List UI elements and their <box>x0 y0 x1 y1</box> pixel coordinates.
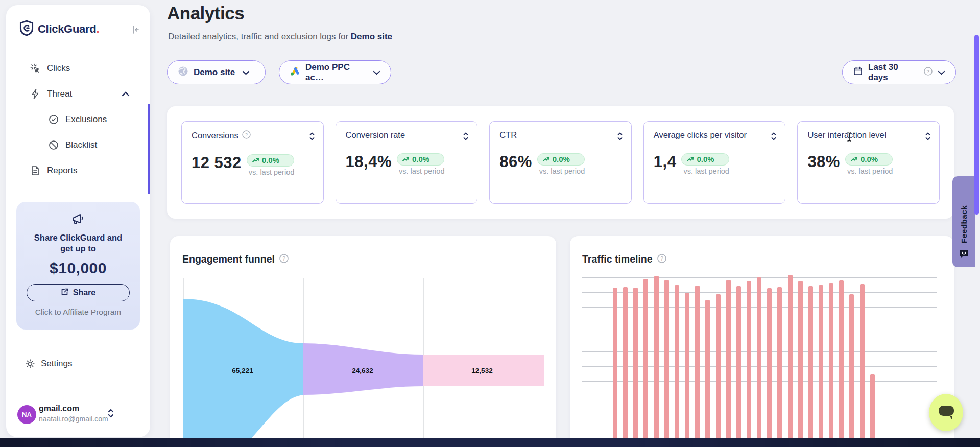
sidebar-item-label: Threat <box>47 89 72 99</box>
kpi-value: 86% <box>499 153 532 171</box>
sidebar-item-blacklist[interactable]: Blacklist <box>6 132 150 158</box>
traffic-bar <box>798 281 803 443</box>
subtitle-site-name: Demo site <box>351 32 392 41</box>
megaphone-icon <box>16 212 140 228</box>
ppc-account-label: Demo PPC ac… <box>305 62 366 83</box>
traffic-bar <box>654 276 659 443</box>
sort-icon[interactable] <box>925 132 931 143</box>
badge-check-icon <box>48 114 59 125</box>
page-scrollbar-thumb[interactable] <box>974 35 979 215</box>
traffic-bar <box>849 294 854 443</box>
trend-up-icon <box>687 157 694 162</box>
sort-icon[interactable] <box>463 132 469 143</box>
chart-title: Engagement funnel <box>182 253 275 265</box>
brand-logo[interactable]: ClickGuard. <box>19 20 99 38</box>
traffic-bar <box>757 277 761 443</box>
share-button[interactable]: Share <box>27 284 130 301</box>
site-selector[interactable]: Demo site <box>167 60 266 84</box>
help-icon[interactable]: ? <box>657 254 666 265</box>
chat-bubble-icon <box>938 404 955 422</box>
traffic-bar <box>829 283 833 443</box>
sidebar: ClickGuard. Clicks Threat <box>6 5 150 437</box>
account-email: naatali.ro@gmail.com <box>39 415 108 423</box>
kpi-vs-label: vs. last period <box>681 167 729 175</box>
traffic-bar <box>788 275 793 443</box>
ppc-account-selector[interactable]: Demo PPC ac… <box>279 60 391 84</box>
help-icon[interactable]: ? <box>924 67 933 78</box>
sidebar-collapse-icon[interactable] <box>131 25 141 37</box>
traffic-bar <box>726 280 731 443</box>
feedback-label: Feedback <box>960 205 969 243</box>
funnel-svg <box>182 271 544 447</box>
trend-up-icon <box>851 157 858 162</box>
share-button-label: Share <box>73 288 95 297</box>
traffic-bar <box>716 294 721 443</box>
chevron-down-icon <box>938 67 945 78</box>
traffic-bar <box>633 288 638 443</box>
funnel-stage-value: 12,532 <box>471 367 492 374</box>
sidebar-item-settings[interactable]: Settings <box>6 352 150 375</box>
kpi-vs-label: vs. last period <box>247 168 294 176</box>
sidebar-item-label: Clicks <box>47 63 70 74</box>
kpi-value: 12 532 <box>192 154 242 172</box>
traffic-bar <box>623 287 628 443</box>
kpi-delta-badge: 0.0% <box>537 153 585 166</box>
page-subtitle: Detailed analytics, traffic and exclusio… <box>168 32 392 42</box>
help-icon[interactable]: ? <box>279 254 289 265</box>
kpi-card-avg-clicks: Average clicks per visitor 1,4 0.0% vs. … <box>643 121 786 204</box>
page-title: Analytics <box>167 3 244 23</box>
feedback-chat-icon <box>959 248 969 261</box>
date-range-selector[interactable]: Last 30 days ? <box>842 60 956 84</box>
traffic-bar <box>613 288 617 443</box>
kpi-value: 18,4% <box>346 153 392 171</box>
promo-amount: $10,000 <box>16 260 140 277</box>
external-link-icon <box>61 288 69 298</box>
kpi-delta-badge: 0.0% <box>247 154 294 167</box>
feedback-tab[interactable]: Feedback <box>952 176 975 267</box>
kpi-value: 1,4 <box>654 153 677 171</box>
svg-text:?: ? <box>660 255 663 261</box>
kpi-card-ctr: CTR 86% 0.0% vs. last period <box>489 121 632 204</box>
traffic-bar <box>685 293 689 443</box>
sort-icon[interactable] <box>309 132 315 143</box>
funnel-chart: 65,221 24,632 12,532 <box>182 271 544 447</box>
affiliate-promo-card: Share ClickGuard and get up to $10,000 S… <box>16 202 140 330</box>
sidebar-nav: Clicks Threat Exclusions <box>6 56 150 183</box>
avatar: NA <box>17 405 36 424</box>
traffic-bar <box>767 288 772 443</box>
kpi-delta-badge: 0.0% <box>681 153 729 166</box>
sort-icon[interactable] <box>771 132 777 143</box>
traffic-bar <box>839 280 844 443</box>
globe-icon <box>178 66 188 79</box>
clickguard-shield-icon <box>19 20 34 38</box>
promo-text: Share ClickGuard and get up to <box>16 232 140 254</box>
sidebar-item-threat[interactable]: Threat <box>6 81 150 107</box>
help-icon[interactable]: ? <box>242 130 251 141</box>
sidebar-item-clicks[interactable]: Clicks <box>6 56 150 81</box>
chart-title: Traffic timeline <box>582 253 653 265</box>
kpi-card-conversion-rate: Conversion rate 18,4% 0.0% vs. last peri… <box>336 121 478 204</box>
kpi-delta-badge: 0.0% <box>397 153 444 166</box>
chat-launcher-button[interactable] <box>929 394 963 431</box>
sidebar-divider <box>16 381 140 381</box>
analytics-page: ClickGuard. Clicks Threat <box>0 0 980 447</box>
trend-up-icon <box>402 157 410 162</box>
trend-up-icon <box>252 158 259 163</box>
traffic-bar <box>664 280 669 443</box>
date-range-label: Last 30 days <box>868 62 919 83</box>
traffic-bar <box>675 285 679 443</box>
svg-text:?: ? <box>245 132 248 137</box>
sidebar-scroll-indicator[interactable] <box>148 104 150 194</box>
account-switcher[interactable]: NA gmail.com naatali.ro@gmail.com <box>6 397 150 434</box>
brand-name: ClickGuard. <box>38 22 99 36</box>
traffic-bar <box>870 374 875 443</box>
sidebar-item-reports[interactable]: Reports <box>6 158 150 183</box>
kpi-panel: Conversions ? 12 532 0.0% vs. last perio… <box>167 106 954 219</box>
google-ads-icon <box>290 66 300 79</box>
kpi-delta-badge: 0.0% <box>845 153 893 166</box>
affiliate-link[interactable]: Click to Affiliate Program <box>16 308 140 317</box>
traffic-bar <box>747 281 751 443</box>
sort-icon[interactable] <box>617 132 623 143</box>
funnel-stage-value: 24,632 <box>352 367 373 374</box>
sidebar-item-exclusions[interactable]: Exclusions <box>6 107 150 132</box>
